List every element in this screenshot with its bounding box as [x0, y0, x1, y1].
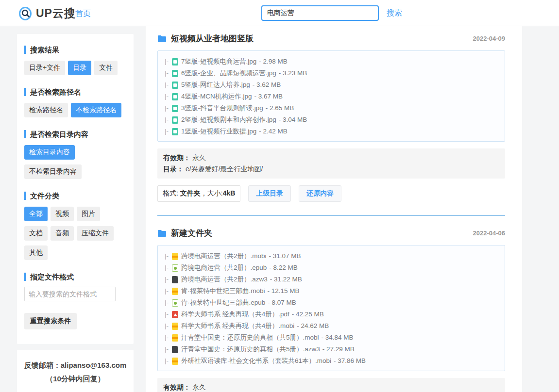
file-name: 科学大师书系 经典再现（共4册）.pdf [181, 309, 289, 320]
tree-prefix: |- [165, 343, 169, 355]
file-size: - 3.62 MB [253, 79, 281, 91]
file-type-icon-pdf [172, 311, 178, 318]
filter-option[interactable]: 文件 [94, 61, 118, 75]
tree-prefix: |- [165, 67, 169, 79]
filter-section: 搜索结果目录+文件目录文件 [24, 46, 126, 75]
file-row: |-科学大师书系 经典再现（共4册）.mobi- 24.62 MB [165, 320, 498, 332]
filter-options: 检索目录内容不检索目录内容 [24, 140, 126, 179]
filter-options: 全部视频图片文档音频压缩文件其他 [24, 202, 126, 260]
file-row: |-科学大师书系 经典再现（共4册）.pdf- 42.25 MB [165, 309, 498, 320]
tree-prefix: |- [165, 332, 169, 343]
filter-option[interactable]: 文档 [24, 226, 48, 241]
file-type-icon-mobi [172, 288, 178, 295]
file-name: 汗青堂中国史：还原历史的真相（共5册）.azw3 [181, 343, 320, 355]
result-title[interactable]: 新建文件夹 [171, 228, 212, 239]
search-button[interactable]: 搜索 [387, 8, 402, 18]
file-row: |-7竖版-短视频电商运营.jpg- 2.98 MB [165, 56, 498, 67]
file-size: - 42.25 MB [292, 309, 324, 320]
restore-content-button[interactable]: 还原内容 [299, 185, 341, 202]
logo-text: UP云搜 [36, 6, 76, 21]
tree-prefix: |- [165, 91, 169, 102]
tree-prefix: |- [165, 102, 169, 114]
filter-section-title: 是否检索路径名 [24, 88, 126, 96]
reset-filters-button[interactable]: 重置搜索条件 [24, 313, 77, 329]
nav-home-link[interactable]: 首页 [75, 9, 91, 19]
filter-option[interactable]: 音频 [51, 226, 74, 241]
tree-prefix: |- [165, 274, 169, 285]
file-size: - 2.98 MB [259, 56, 288, 67]
file-name: 6竖版-企业、品牌短视频运营.jpg [181, 67, 276, 79]
validity-label: 有效期： [163, 154, 190, 162]
filter-option[interactable]: 目录 [68, 61, 91, 75]
filter-option[interactable]: 压缩文件 [77, 226, 114, 241]
file-name: 科学大师书系 经典再现（共4册）.mobi [181, 320, 294, 332]
file-name: 5竖版-网红达人培养.jpg [181, 79, 250, 91]
file-type-icon-azw3 [172, 346, 178, 353]
file-row: |-5竖版-网红达人培养.jpg- 3.62 MB [165, 79, 498, 91]
tree-prefix: |- [165, 320, 169, 332]
results-panel: 短视频从业者地图竖版 2022-04-09 |-7竖版-短视频电商运营.jpg-… [146, 26, 522, 392]
magnifier-logo-icon [18, 6, 33, 21]
file-name: 跨境电商运营（共2册）.epub [181, 262, 267, 274]
file-row: |-肯·福莱特中世纪三部曲.epub- 8.07 MB [165, 297, 498, 309]
search-input[interactable] [261, 5, 379, 21]
file-row: |-2竖版-短视频剧本和内容创作.jpg- 3.04 MB [165, 114, 498, 126]
file-row: |-跨境电商运营（共2册）.azw3- 31.22 MB [165, 274, 498, 285]
file-type-icon-mobi [172, 253, 178, 260]
filter-option[interactable]: 检索目录内容 [24, 145, 75, 160]
result-date: 2022-04-09 [473, 35, 506, 42]
validity-row: 有效期：永久 [163, 152, 499, 163]
search-result: 短视频从业者地图竖版 2022-04-09 |-7竖版-短视频电商运营.jpg-… [157, 33, 505, 202]
parent-directory-button[interactable]: 上级目录 [248, 185, 291, 202]
file-name: 外研社双语读库·社会文化书系（套装共61本）.mobi [181, 355, 331, 367]
tree-prefix: |- [165, 126, 169, 137]
file-format-input[interactable] [24, 287, 116, 301]
file-type-icon-jpg [172, 70, 178, 77]
file-size: - 2.65 MB [266, 102, 294, 114]
filter-option[interactable]: 全部 [24, 207, 48, 221]
validity-row: 有效期：永久 [163, 382, 499, 392]
tree-prefix: |- [165, 285, 169, 297]
filter-section-title: 指定文件格式 [24, 273, 126, 281]
tree-prefix: |- [165, 297, 169, 309]
folder-icon [157, 35, 167, 43]
file-size: - 34.84 MB [322, 332, 354, 343]
filter-option[interactable]: 其他 [24, 245, 48, 260]
tree-prefix: |- [165, 114, 169, 126]
file-row: |-汗青堂中国史：还原历史的真相（共5册）.mobi- 34.84 MB [165, 332, 498, 343]
folder-icon [157, 229, 167, 237]
file-size: - 3.04 MB [279, 114, 307, 126]
filter-card: 搜索结果目录+文件目录文件是否检索路径名检索路径名不检索路径名是否检索目录内容检… [17, 34, 134, 344]
filter-option[interactable]: 目录+文件 [24, 61, 65, 75]
file-size: - 27.29 MB [322, 343, 355, 355]
result-title[interactable]: 短视频从业者地图竖版 [171, 33, 254, 44]
file-size: - 31.07 MB [269, 250, 301, 262]
filter-option[interactable]: 不检索路径名 [71, 103, 121, 117]
logo[interactable]: UP云搜 [18, 6, 76, 21]
file-list: |-跨境电商运营（共2册）.mobi- 31.07 MB|-跨境电商运营（共2册… [157, 245, 505, 371]
file-name: 跨境电商运营（共2册）.azw3 [181, 274, 268, 285]
file-size: - 3.23 MB [279, 67, 307, 79]
filter-option[interactable]: 视频 [51, 207, 74, 221]
file-size: - 12.15 MB [268, 285, 300, 297]
result-info: 有效期：永久 目录：e/兴趣爱好/最全行业地图/ [157, 148, 505, 179]
file-name: 2竖版-短视频剧本和内容创作.jpg [181, 114, 276, 126]
result-info: 有效期：永久 目录：e/30T静心整理♥干货满满/13Tb资源包（2022）新媒… [157, 378, 505, 392]
header: UP云搜 首页 搜索 [0, 0, 559, 26]
file-name: 7竖版-短视频电商运营.jpg [181, 56, 256, 67]
file-type-icon-jpg [172, 93, 178, 100]
file-type-icon-mobi [172, 358, 178, 365]
feedback-card: 反馈邮箱：alipanso@163.com （10分钟内回复） [17, 350, 134, 392]
filter-options: 检索路径名不检索路径名 [24, 98, 126, 117]
validity-value: 永久 [192, 154, 206, 162]
filter-section: 文件分类全部视频图片文档音频压缩文件其他 [24, 192, 126, 260]
page-body: 搜索结果目录+文件目录文件是否检索路径名检索路径名不检索路径名是否检索目录内容检… [0, 26, 559, 392]
directory-row: 目录：e/兴趣爱好/最全行业地图/ [163, 163, 499, 175]
filter-option[interactable]: 不检索目录内容 [24, 164, 82, 179]
result-actions: 格式: 文件夹，大小:4kB 上级目录 还原内容 [157, 185, 505, 202]
file-row: |-1竖版-短视频行业数据.jpg- 2.42 MB [165, 126, 498, 137]
tree-prefix: |- [165, 56, 169, 67]
filter-option[interactable]: 图片 [77, 207, 100, 221]
file-row: |-跨境电商运营（共2册）.epub- 8.22 MB [165, 262, 498, 274]
filter-option[interactable]: 检索路径名 [24, 103, 68, 117]
